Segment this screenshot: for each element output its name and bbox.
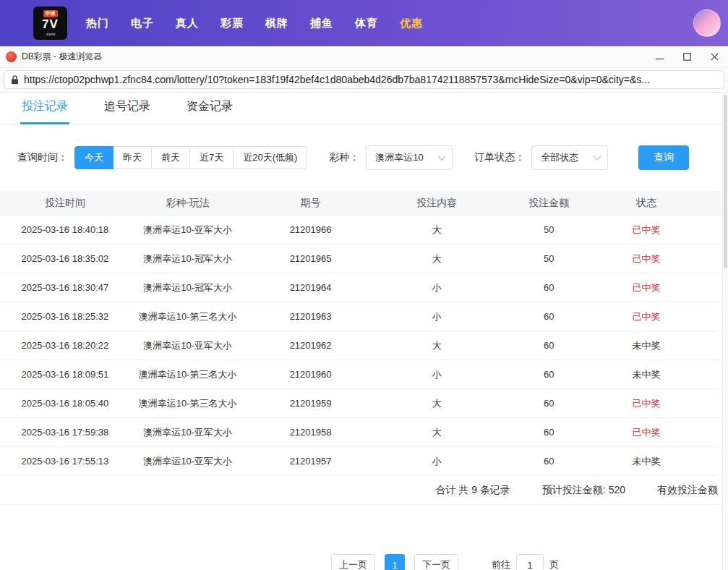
maximize-icon [683, 53, 691, 61]
time-filter-7days-button[interactable]: 近7天 [189, 146, 234, 169]
tab-bet-records[interactable]: 投注记录 [20, 99, 69, 124]
table-row: 2025-03-16 18:09:51 澳洲幸运10-第三名大小 2120196… [0, 360, 722, 389]
pagination: 上一页 1 下一页 前往 页 [0, 554, 722, 570]
query-button[interactable]: 查询 [638, 145, 689, 170]
issue-cell: 21201965 [246, 253, 376, 264]
nav-item-promotions[interactable]: 优惠 [400, 17, 423, 30]
issue-cell: 21201966 [246, 224, 376, 235]
lock-icon [11, 75, 19, 85]
bet-time-cell: 2025-03-16 18:20:22 [0, 340, 130, 351]
game-cell: 澳洲幸运10-第三名大小 [130, 368, 246, 381]
nav-item-chess[interactable]: 棋牌 [265, 17, 288, 30]
amount-cell: 60 [498, 427, 599, 438]
bet-content-cell: 小 [375, 281, 498, 294]
nav-item-live[interactable]: 真人 [176, 17, 199, 30]
bet-content-cell: 大 [375, 397, 498, 410]
bet-time-cell: 2025-03-16 18:30:47 [0, 282, 130, 293]
lottery-records-page: 投注记录 追号记录 资金记录 查询时间： 今天 昨天 前天 近7天 近20天(低… [0, 93, 728, 570]
page-unit-label: 页 [549, 558, 559, 570]
nav-item-fishing[interactable]: 捕鱼 [310, 17, 333, 30]
tab-chase-records[interactable]: 追号记录 [103, 99, 152, 124]
site-logo[interactable]: 申博 7V .com [33, 7, 67, 40]
bet-time-cell: 2025-03-16 18:35:02 [0, 253, 130, 264]
bet-content-cell: 大 [375, 339, 498, 352]
nav-item-sports[interactable]: 体育 [355, 17, 378, 30]
amount-cell: 60 [498, 398, 599, 409]
screen: 申博 7V .com 热门 电子 真人 彩票 棋牌 捕鱼 体育 优惠 DB彩票 … [0, 0, 728, 570]
lottery-type-select[interactable]: 澳洲幸运10 [366, 145, 453, 170]
address-bar[interactable]: https://ctop02pchwp1.zfnc84.com/lottery/… [4, 70, 724, 89]
amount-cell: 60 [498, 369, 599, 380]
status-cell: 未中奖 [599, 455, 693, 468]
goto-page-input[interactable] [516, 554, 544, 570]
tab-fund-records[interactable]: 资金记录 [185, 99, 234, 124]
table-summary-row: 合计 共 9 条记录 预计投注金额: 520 有效投注金额 [0, 476, 722, 505]
filter-bar: 查询时间： 今天 昨天 前天 近7天 近20天(低频) 彩种： 澳洲幸运10 订… [0, 137, 722, 178]
url-text: https://ctop02pchwp1.zfnc84.com/lottery/… [24, 74, 717, 85]
time-filter-group: 今天 昨天 前天 近7天 近20天(低频) [74, 146, 307, 169]
issue-cell: 21201962 [246, 340, 376, 351]
bet-content-cell: 大 [375, 252, 498, 265]
issue-cell: 21201964 [246, 282, 376, 293]
nav-item-hot[interactable]: 热门 [86, 17, 109, 30]
game-cell: 澳洲幸运10-第三名大小 [130, 397, 246, 410]
lottery-type-value: 澳洲幸运10 [375, 151, 423, 164]
bet-time-cell: 2025-03-16 17:55:13 [0, 456, 130, 467]
table-row: 2025-03-16 18:05:40 澳洲幸运10-第三名大小 2120195… [0, 389, 722, 418]
time-filter-label: 查询时间： [17, 151, 68, 164]
table-row: 2025-03-16 17:59:38 澳洲幸运10-亚军大小 21201958… [0, 418, 722, 447]
nav-item-electronic[interactable]: 电子 [131, 17, 154, 30]
amount-cell: 50 [498, 253, 599, 264]
game-cell: 澳洲幸运10-第三名大小 [130, 310, 246, 323]
amount-cell: 60 [498, 311, 599, 322]
time-filter-today-button[interactable]: 今天 [74, 146, 114, 169]
order-status-select[interactable]: 全部状态 [531, 145, 608, 170]
minimize-button[interactable] [646, 46, 673, 67]
game-cell: 澳洲幸运10-亚军大小 [130, 224, 246, 237]
logo-text: 7V [42, 17, 59, 31]
expected-amount-text: 预计投注金额: 520 [542, 484, 625, 497]
game-cell: 澳洲幸运10-冠军大小 [130, 281, 246, 294]
goto-page-label: 前往 [492, 558, 510, 570]
column-header: 状态 [599, 197, 693, 210]
status-cell: 已中奖 [599, 224, 693, 237]
column-header: 期号 [246, 197, 376, 210]
status-cell: 已中奖 [599, 397, 693, 410]
table-row: 2025-03-16 18:20:22 澳洲幸运10-亚军大小 21201962… [0, 331, 722, 360]
time-filter-yesterday-button[interactable]: 昨天 [113, 146, 152, 169]
nav-item-lottery[interactable]: 彩票 [220, 17, 244, 30]
status-cell: 已中奖 [599, 426, 693, 439]
next-page-button[interactable]: 下一页 [414, 554, 458, 570]
window-controls [646, 46, 728, 67]
column-header: 彩种-玩法 [130, 197, 246, 210]
bet-content-cell: 大 [375, 426, 498, 439]
game-cell: 澳洲幸运10-亚军大小 [130, 455, 246, 468]
issue-cell: 21201963 [246, 311, 376, 322]
order-status-label: 订单状态： [474, 151, 525, 164]
table-header-row: 投注时间 彩种-玩法 期号 投注内容 投注金额 状态 [0, 191, 722, 216]
amount-cell: 50 [498, 224, 599, 235]
valid-amount-text: 有效投注金额 [657, 484, 718, 497]
status-cell: 未中奖 [599, 368, 693, 381]
scrollbar-thumb[interactable] [724, 95, 727, 268]
bet-time-cell: 2025-03-16 18:09:51 [0, 369, 130, 380]
table-row: 2025-03-16 18:35:02 澳洲幸运10-冠军大小 21201965… [0, 244, 722, 273]
amount-cell: 60 [498, 282, 599, 293]
time-filter-20days-button[interactable]: 近20天(低频) [233, 146, 307, 169]
main-menu: 热门 电子 真人 彩票 棋牌 捕鱼 体育 优惠 [86, 17, 423, 30]
maximize-button[interactable] [673, 46, 701, 67]
status-cell: 已中奖 [599, 310, 693, 323]
page-1-button[interactable]: 1 [385, 554, 405, 570]
time-filter-daybefore-button[interactable]: 前天 [151, 146, 190, 169]
scrollbar[interactable] [722, 93, 728, 570]
user-avatar[interactable] [693, 9, 721, 37]
prev-page-button[interactable]: 上一页 [331, 554, 375, 570]
bet-time-cell: 2025-03-16 17:59:38 [0, 427, 130, 438]
record-tabs: 投注记录 追号记录 资金记录 [0, 93, 722, 124]
logo-badge: 申博 [43, 10, 58, 17]
lottery-type-label: 彩种： [329, 151, 359, 164]
close-button[interactable] [701, 46, 728, 67]
issue-cell: 21201959 [246, 398, 376, 409]
minimize-icon [656, 53, 664, 61]
window-title: DB彩票 - 极速浏览器 [22, 51, 102, 63]
